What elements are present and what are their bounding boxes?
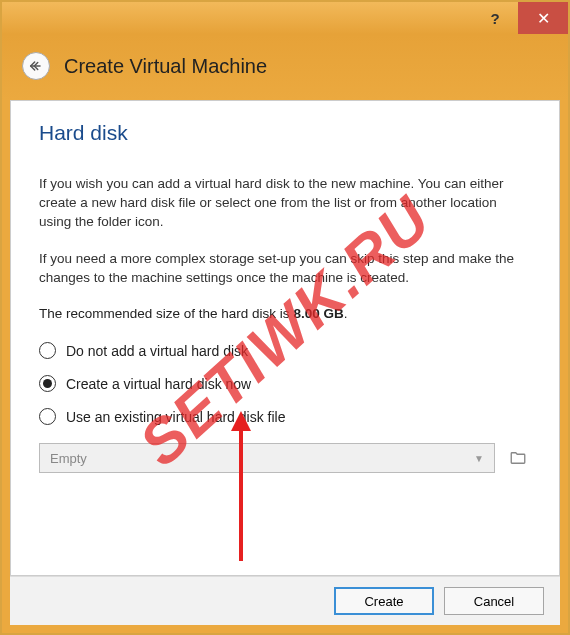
title-controls: ? ✕ xyxy=(472,2,568,34)
help-button[interactable]: ? xyxy=(472,2,518,34)
cancel-button[interactable]: Cancel xyxy=(444,587,544,615)
dialog-title: Create Virtual Machine xyxy=(64,55,267,78)
content-card: SETIWK.RU Hard disk If you wish you can … xyxy=(10,100,560,576)
dialog-window: ? ✕ Create Virtual Machine SETIWK.RU Har… xyxy=(0,0,570,635)
option-label: Do not add a virtual hard disk xyxy=(66,343,248,359)
hard-disk-options: Do not add a virtual hard disk Create a … xyxy=(39,342,531,425)
close-button[interactable]: ✕ xyxy=(518,2,568,34)
browse-folder-button[interactable] xyxy=(505,445,531,471)
section-title: Hard disk xyxy=(39,121,531,145)
annotation-arrow-icon xyxy=(229,411,253,561)
radio-icon xyxy=(39,375,56,392)
description-para-1: If you wish you can add a virtual hard d… xyxy=(39,175,531,232)
folder-icon xyxy=(508,449,528,467)
chevron-down-icon: ▼ xyxy=(474,453,484,464)
recommended-size-line: The recommended size of the hard disk is… xyxy=(39,305,531,324)
option-label: Use an existing virtual hard disk file xyxy=(66,409,285,425)
back-button[interactable] xyxy=(22,52,50,80)
option-create-now[interactable]: Create a virtual hard disk now xyxy=(39,375,531,392)
radio-icon xyxy=(39,408,56,425)
header: Create Virtual Machine xyxy=(2,34,568,100)
disk-select-row: Empty ▼ xyxy=(39,443,531,473)
description-para-2: If you need a more complex storage set-u… xyxy=(39,250,531,288)
close-icon: ✕ xyxy=(537,9,550,28)
dropdown-value: Empty xyxy=(50,451,87,466)
content-wrap: SETIWK.RU Hard disk If you wish you can … xyxy=(2,100,568,633)
footer: Create Cancel xyxy=(10,576,560,625)
option-use-existing[interactable]: Use an existing virtual hard disk file xyxy=(39,408,531,425)
option-label: Create a virtual hard disk now xyxy=(66,376,251,392)
titlebar: ? ✕ xyxy=(2,2,568,34)
existing-disk-dropdown[interactable]: Empty ▼ xyxy=(39,443,495,473)
radio-icon xyxy=(39,342,56,359)
description: If you wish you can add a virtual hard d… xyxy=(39,175,531,324)
option-no-disk[interactable]: Do not add a virtual hard disk xyxy=(39,342,531,359)
help-icon: ? xyxy=(490,10,499,27)
create-button[interactable]: Create xyxy=(334,587,434,615)
